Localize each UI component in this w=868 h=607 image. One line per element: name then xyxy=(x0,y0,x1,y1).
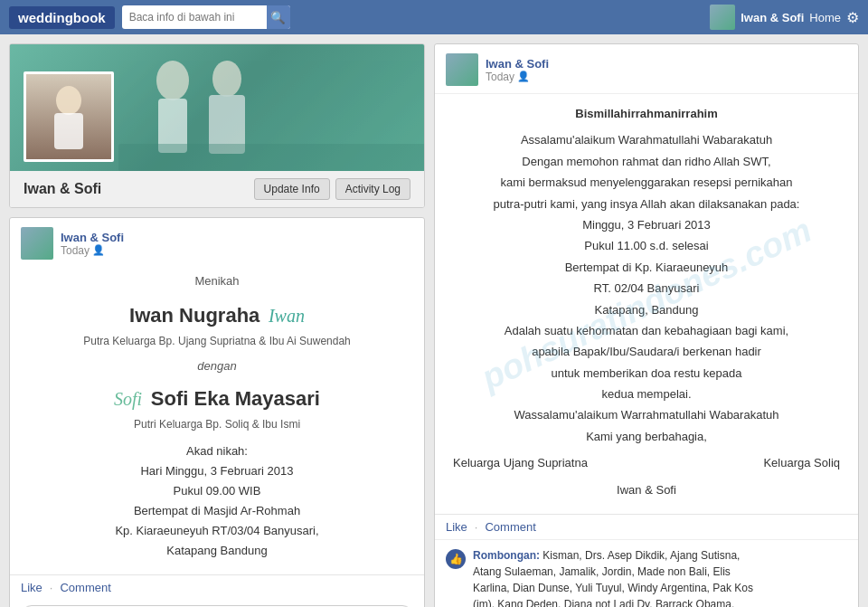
right-like-button[interactable]: Like xyxy=(446,520,467,534)
search-button[interactable]: 🔍 xyxy=(267,5,290,29)
groom-name-italic: Iwan xyxy=(269,306,305,326)
right-post-footer: Like · Comment xyxy=(435,514,858,539)
right-comment-button[interactable]: Comment xyxy=(485,520,535,534)
separator: · xyxy=(50,581,53,594)
akad-title: Akad nikah: xyxy=(24,441,410,461)
left-post-footer: Like · Comment xyxy=(10,574,424,600)
invite-line2: Dengan memohon rahmat dan ridho Allah SW… xyxy=(453,151,840,172)
nav-user-name: Iwan & Sofi xyxy=(741,11,804,24)
family-right: Keluarga Soliq xyxy=(763,452,840,473)
activity-log-button[interactable]: Activity Log xyxy=(335,178,410,200)
svg-point-0 xyxy=(156,61,189,100)
svg-point-5 xyxy=(56,86,81,115)
akad-city: Katapang Bandung xyxy=(24,541,410,561)
right-post-body: pohsuratindones.com Bismillahirrahmanirr… xyxy=(435,94,858,514)
honor-line1: Adalah suatu kehormatan dan kebahagiaan … xyxy=(453,320,840,341)
bismillah: Bismillahirrahmanirrahim xyxy=(453,103,840,124)
right-post-author[interactable]: Iwan & Sofi xyxy=(486,57,549,71)
groom-parents: Putra Keluarga Bp. Ujang Supriatna & Ibu… xyxy=(24,332,410,350)
svg-point-2 xyxy=(212,61,241,97)
like-thumb-icon: 👍 xyxy=(446,549,466,569)
profile-header: Iwan & Sofi Update Info Activity Log xyxy=(9,43,425,208)
right-person-icon: 👤 xyxy=(517,71,530,82)
menikah-label: Menikah xyxy=(24,271,410,291)
search-bar[interactable]: 🔍 xyxy=(122,5,290,29)
couple-names: Iwan & Sofi xyxy=(453,479,840,500)
event-day: Minggu, 3 Februari 2013 xyxy=(453,214,840,235)
left-column: Iwan & Sofi Update Info Activity Log Iwa… xyxy=(9,43,425,607)
right-post-time: Today 👤 xyxy=(486,71,549,83)
left-post-header: Iwan & Sofi Today 👤 xyxy=(10,218,424,267)
profile-name: Iwan & Sofi xyxy=(24,181,101,197)
top-navigation: weddingbook 🔍 Iwan & Sofi Home ⚙ xyxy=(0,0,868,34)
left-comment-button[interactable]: Comment xyxy=(60,581,110,594)
dengan-label: dengan xyxy=(24,356,410,376)
profile-actions: Update Info Activity Log xyxy=(254,178,410,200)
nav-right-area: Iwan & Sofi Home ⚙ xyxy=(710,5,859,30)
kami-label: Kami yang berbahagia, xyxy=(453,426,840,447)
rombongan-text: Rombongan: Kisman, Drs. Asep Dikdik, Aja… xyxy=(473,547,757,607)
site-logo: weddingbook xyxy=(9,6,115,29)
main-container: Iwan & Sofi Update Info Activity Log Iwa… xyxy=(0,34,868,607)
akad-day: Hari Minggu, 3 Februari 2013 xyxy=(24,461,410,481)
left-post-meta: Iwan & Sofi Today 👤 xyxy=(61,231,124,257)
akad-time: Pukul 09.00 WIB xyxy=(24,481,410,501)
right-column: Iwan & Sofi Today 👤 pohsuratindones.com … xyxy=(434,43,859,607)
svg-rect-4 xyxy=(118,144,424,171)
left-comment-area xyxy=(10,600,424,607)
invite-line3: kami bermaksud menyelenggarakan resepsi … xyxy=(453,172,840,193)
akad-place: Bertempat di Masjid Ar-Rohmah xyxy=(24,501,410,521)
honor-line3: untuk memberikan doa restu kepada xyxy=(453,363,840,384)
bride-name-italic: Sofi xyxy=(114,389,142,409)
right-post-card: Iwan & Sofi Today 👤 pohsuratindones.com … xyxy=(434,43,859,607)
settings-icon[interactable]: ⚙ xyxy=(846,9,859,26)
honor-line4: kedua mempelai. xyxy=(453,384,840,404)
honor-line2: apabila Bapak/Ibu/Saudara/i berkenan had… xyxy=(453,341,840,362)
cover-photo xyxy=(10,44,424,171)
cover-decorative-svg xyxy=(118,53,424,171)
bride-name-row: Sofi Sofi Eka Mayasari xyxy=(24,382,410,415)
left-post-avatar xyxy=(21,227,53,260)
event-city: Katapang, Bandung xyxy=(453,299,840,320)
rombongan-section: 👍 Rombongan: Kisman, Drs. Asep Dikdik, A… xyxy=(435,539,858,607)
nav-home-link[interactable]: Home xyxy=(809,11,841,24)
wassalam: Wassalamu'alaikum Warrahmatullahi Wabara… xyxy=(453,404,840,425)
right-separator: · xyxy=(475,520,478,534)
groom-name: Iwan Nugraha xyxy=(129,304,259,327)
akad-address: Kp. Kiaraeuneyuh RT/03/04 Banyusari, xyxy=(24,521,410,541)
profile-silhouette xyxy=(42,81,96,153)
update-info-button[interactable]: Update Info xyxy=(254,178,330,200)
invite-line4: putra-putri kami, yang insya Allah akan … xyxy=(453,194,840,214)
left-like-button[interactable]: Like xyxy=(21,581,42,594)
family-left: Keluarga Ujang Supriatna xyxy=(453,452,588,473)
bride-parents: Putri Keluarga Bp. Soliq & Ibu Ismi xyxy=(24,415,410,433)
person-icon: 👤 xyxy=(92,244,105,256)
left-post-time: Today 👤 xyxy=(61,244,124,257)
right-post-header: Iwan & Sofi Today 👤 xyxy=(435,44,858,94)
keluarga-row: Keluarga Ujang Supriatna Keluarga Soliq xyxy=(453,447,840,479)
akad-section: Akad nikah: Hari Minggu, 3 Februari 2013… xyxy=(24,441,410,562)
left-post-card: Iwan & Sofi Today 👤 Menikah Iwan Nugraha… xyxy=(9,217,425,607)
left-post-body: Menikah Iwan Nugraha Iwan Putra Keluarga… xyxy=(10,267,424,574)
bride-name: Sofi Eka Mayasari xyxy=(151,387,320,410)
right-post-meta: Iwan & Sofi Today 👤 xyxy=(486,57,549,83)
rombongan-label: Rombongan: xyxy=(473,549,540,562)
event-time: Pukul 11.00 s.d. selesai xyxy=(453,235,840,256)
search-input[interactable] xyxy=(122,11,267,24)
profile-info-bar: Iwan & Sofi Update Info Activity Log xyxy=(10,171,424,207)
groom-name-row: Iwan Nugraha Iwan xyxy=(24,299,410,332)
invite-line1: Assalamu'alaikum Warahmatullahi Wabaraka… xyxy=(453,129,840,150)
left-post-author[interactable]: Iwan & Sofi xyxy=(61,231,124,244)
nav-avatar xyxy=(710,5,735,30)
event-address: RT. 02/04 Banyusari xyxy=(453,278,840,299)
svg-rect-6 xyxy=(54,113,83,149)
right-post-avatar xyxy=(446,53,478,86)
event-place: Bertempat di Kp. Kiaraeuneyuh xyxy=(453,257,840,278)
profile-photo-large xyxy=(24,71,114,162)
